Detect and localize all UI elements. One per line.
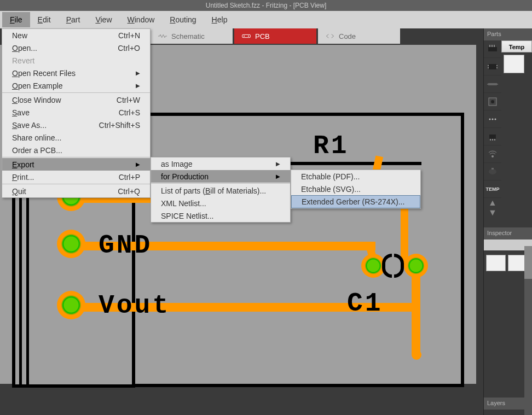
svg-rect-9: [488, 67, 489, 68]
svg-rect-26: [491, 168, 494, 169]
submenu-arrow-icon: ▶: [136, 161, 140, 167]
part-category-more-icon[interactable]: [484, 110, 501, 128]
menu-item-close[interactable]: Close WindowCtrl+W: [2, 93, 150, 106]
menu-item-export[interactable]: Export▶: [2, 158, 150, 171]
tab-schematic[interactable]: Schematic: [151, 28, 233, 44]
menu-window[interactable]: Window: [120, 12, 163, 27]
svg-rect-11: [496, 67, 498, 68]
production-submenu: Etchable (PDF)... Etchable (SVG)... Exte…: [291, 169, 421, 209]
svg-point-18: [492, 118, 494, 120]
menu-item-gerber[interactable]: Extended Gerber (RS-274X)...: [291, 195, 420, 208]
svg-rect-4: [489, 45, 490, 47]
part-category-temp[interactable]: TEMP: [484, 180, 501, 198]
menu-file[interactable]: File: [2, 12, 30, 27]
menu-item-order-pcb[interactable]: Order a PCB...: [2, 144, 150, 156]
label-c1[interactable]: C1: [347, 289, 383, 318]
label-r1[interactable]: R1: [313, 131, 349, 161]
menu-item-spice-netlist[interactable]: SPICE Netlist...: [151, 209, 290, 222]
menu-item-print[interactable]: Print...Ctrl+P: [2, 171, 150, 183]
svg-rect-7: [489, 64, 496, 69]
menu-item-example[interactable]: Open Example▶: [2, 79, 150, 92]
part-category-smd-icon[interactable]: [484, 128, 501, 145]
tab-code[interactable]: Code: [318, 28, 400, 44]
svg-rect-12: [488, 83, 497, 85]
window-titlebar: Untitled Sketch.fzz - Fritzing - [PCB Vi…: [0, 0, 532, 11]
pcb-icon: [242, 33, 251, 39]
part-category-ic-icon[interactable]: [484, 58, 501, 75]
part-category-resistor-icon[interactable]: [484, 75, 501, 93]
menu-help[interactable]: Help: [204, 12, 235, 27]
layers-panel-header: Layers: [484, 398, 532, 410]
menu-item-for-production[interactable]: for Production▶: [151, 170, 290, 183]
svg-rect-20: [489, 135, 496, 139]
right-panel: Parts TEMP ▲ ▼ Temp Inspector Layers: [483, 28, 532, 415]
svg-rect-3: [488, 47, 497, 51]
svg-rect-6: [494, 45, 495, 47]
via[interactable]: [412, 350, 421, 360]
resistor-r1[interactable]: [290, 162, 421, 165]
menu-routing[interactable]: Routing: [162, 12, 204, 27]
svg-rect-10: [496, 65, 498, 66]
menu-item-save[interactable]: SaveCtrl+S: [2, 106, 150, 119]
svg-point-19: [495, 118, 496, 120]
part-category-wireless-icon[interactable]: [484, 145, 501, 163]
svg-point-16: [491, 100, 494, 103]
menu-item-xml-netlist[interactable]: XML Netlist...: [151, 197, 290, 209]
menu-item-open[interactable]: Open...Ctrl+O: [2, 42, 150, 54]
svg-point-17: [489, 118, 491, 120]
menu-view[interactable]: View: [88, 12, 119, 27]
svg-point-1: [244, 36, 245, 37]
svg-rect-22: [492, 139, 493, 141]
svg-point-25: [489, 169, 496, 174]
svg-rect-8: [488, 65, 489, 66]
parts-scroll-down-icon[interactable]: ▼: [484, 208, 501, 218]
svg-point-2: [248, 36, 249, 37]
menu-item-saveas[interactable]: Save As...Ctrl+Shift+S: [2, 119, 150, 131]
label-vout[interactable]: Vout: [99, 291, 170, 320]
submenu-arrow-icon: ▶: [276, 161, 280, 167]
file-menu-dropdown: NewCtrl+N Open...Ctrl+O Revert Open Rece…: [2, 28, 151, 198]
menubar: File Edit Part View Window Routing Help: [0, 11, 532, 28]
svg-rect-0: [242, 34, 251, 37]
pad-c1-2[interactable]: [404, 254, 428, 278]
svg-rect-23: [494, 139, 495, 141]
svg-rect-5: [491, 45, 493, 47]
code-icon: [326, 33, 334, 39]
menu-item-etchable-pdf[interactable]: Etchable (PDF)...: [291, 170, 420, 183]
parts-bin-label: Temp: [501, 40, 532, 52]
inspector-thumb: [486, 255, 506, 271]
submenu-arrow-icon: ▶: [136, 83, 140, 89]
part-category-motor-icon[interactable]: [484, 163, 501, 180]
schematic-icon: [158, 33, 167, 39]
pad-vout[interactable]: [57, 291, 85, 319]
tab-label: Schematic: [171, 32, 205, 40]
menu-edit[interactable]: Edit: [30, 12, 59, 27]
component-body: [19, 180, 36, 384]
menu-item-bom[interactable]: List of parts (Bill of Materials)...: [151, 184, 290, 197]
menu-part[interactable]: Part: [59, 12, 88, 27]
svg-point-24: [491, 155, 494, 157]
part-thumbnail[interactable]: [504, 55, 524, 73]
parts-scroll-up-icon[interactable]: ▲: [484, 198, 501, 208]
scrollbar-thumb[interactable]: [524, 246, 532, 279]
parts-thumbnails: Temp: [501, 40, 532, 218]
menu-item-revert: Revert: [2, 54, 150, 67]
inspector-panel-header: Inspector: [484, 227, 532, 239]
submenu-arrow-icon: ▶: [136, 70, 140, 76]
svg-rect-21: [490, 139, 491, 141]
parts-panel-header: Parts: [484, 28, 532, 40]
menu-item-etchable-svg[interactable]: Etchable (SVG)...: [291, 183, 420, 195]
inspector-scrollbar[interactable]: [524, 246, 532, 415]
pad-gnd[interactable]: [57, 230, 85, 258]
menu-item-quit[interactable]: QuitCtrl+Q: [2, 185, 150, 197]
tab-label: PCB: [255, 32, 270, 40]
tab-pcb[interactable]: PCB: [234, 28, 316, 44]
tab-label: Code: [339, 32, 356, 40]
menu-item-new[interactable]: NewCtrl+N: [2, 29, 150, 42]
part-category-module-icon[interactable]: [484, 93, 501, 110]
menu-item-share[interactable]: Share online...: [2, 131, 150, 144]
label-gnd[interactable]: GND: [99, 231, 152, 260]
menu-item-as-image[interactable]: as Image▶: [151, 157, 290, 170]
menu-item-recent[interactable]: Open Recent Files▶: [2, 67, 150, 79]
part-category-connector-icon[interactable]: [484, 40, 501, 58]
